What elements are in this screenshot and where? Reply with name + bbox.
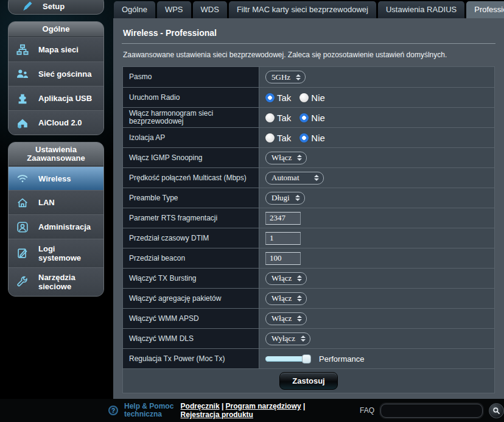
- select-arrows-icon: [314, 175, 319, 181]
- settings-table: Pasmo5GHzUruchom RadioTakNieWłącz harmon…: [122, 66, 495, 369]
- setting-row-wlaczyc-wmm-dls: Włączyć WMM DLSWyłącz: [123, 328, 494, 348]
- link-rejestracja-produktu[interactable]: Rejestracja produktu: [181, 410, 253, 419]
- przedzial-beacon-input[interactable]: [265, 252, 301, 265]
- radio-button-icon: [299, 133, 309, 142]
- sidebar-group-general: Ogólne Mapa sieci: [8, 21, 104, 135]
- sidebar-item-narzedzia-sieciowe[interactable]: Narzędzia sieciowe: [9, 267, 103, 296]
- select-arrows-icon: [297, 315, 302, 322]
- footer-bar: ? Help & Pomoc techniczna PodręcznikProg…: [0, 399, 504, 422]
- magnifier-icon: [492, 407, 500, 415]
- radio-label: Tak: [277, 133, 291, 143]
- setting-value-wlaczyc-wmm-dls: Wyłącz: [259, 329, 494, 348]
- search-button[interactable]: [489, 403, 504, 418]
- radio-button-icon: [265, 113, 275, 122]
- tab-ogolne[interactable]: Ogólne: [114, 1, 155, 18]
- sidebar-item-label: Narzędzia sieciowe: [38, 273, 97, 291]
- setting-row-pasmo: Pasmo5GHz: [123, 67, 494, 87]
- setting-value-izolacja-ap: TakNie: [259, 128, 494, 147]
- pasmo-select[interactable]: 5GHz: [265, 71, 306, 83]
- sidebar-item-label: LAN: [38, 198, 55, 207]
- sidebar-item-lan[interactable]: LAN: [9, 190, 103, 214]
- setting-row-parametr-rts-fragmentacji: Parametr RTS fragmentacji: [123, 208, 494, 228]
- wlacz-harmonogram-sieci-bezprzewodowej-radio-nie[interactable]: Nie: [299, 113, 325, 123]
- setting-row-wlacz-igmp-snooping: Włącz IGMP SnoopingWłącz: [123, 147, 494, 167]
- wlacz-igmp-snooping-select[interactable]: Włącz: [265, 152, 307, 164]
- apply-button[interactable]: Zastosuj: [279, 372, 337, 390]
- uruchom-radio-radio-nie[interactable]: Nie: [299, 93, 325, 103]
- sidebar-item-setup[interactable]: Setup: [8, 0, 104, 15]
- link-podrecznik[interactable]: Podręcznik: [181, 402, 220, 410]
- sidebar-item-aplikacja-usb[interactable]: Aplikacja USB: [9, 86, 103, 110]
- aicloud-home-icon: [15, 116, 30, 130]
- sidebar-item-wireless[interactable]: Wireless: [9, 166, 103, 190]
- faq-label: FAQ: [360, 406, 374, 415]
- log-document-icon: [15, 247, 30, 260]
- wlaczyc-wmm-dls-select[interactable]: Wyłącz: [265, 332, 310, 345]
- setting-row-predkosc-polaczen-multicast-mbps: Prędkość połączeń Multicast (Mbps)Automa…: [123, 167, 494, 188]
- parametr-rts-fragmentacji-input[interactable]: [265, 212, 301, 225]
- setting-value-wlaczyc-tx-bursting: Włącz: [259, 269, 494, 288]
- sidebar-item-administracja[interactable]: Administracja: [9, 214, 103, 239]
- preamble-type-select-value: Długi: [271, 193, 290, 203]
- sidebar-group-header: Ogólne: [9, 22, 103, 37]
- tab-professional[interactable]: Professional: [466, 1, 504, 18]
- page-title: Wireless - Professional: [122, 26, 495, 44]
- setting-label-wlaczyc-agregacje-pakietow: Włączyć agregację pakietów: [123, 289, 259, 308]
- sidebar-item-siec-goscinna[interactable]: Sieć gościnna: [9, 62, 103, 86]
- main-area: Ogólne WPS WDS Filtr MAC karty sieci bez…: [113, 0, 504, 399]
- setting-value-pasmo: 5GHz: [259, 67, 494, 87]
- guest-network-icon: [15, 68, 30, 81]
- predkosc-polaczen-multicast-mbps-select[interactable]: Automat: [265, 172, 324, 185]
- setting-row-wlaczyc-wmm-apsd: Włączyć WMM APSDWłącz: [123, 308, 494, 328]
- tab-wds[interactable]: WDS: [193, 1, 227, 18]
- sidebar-group-header: Ustawienia Zaawansowane: [9, 142, 103, 166]
- sidebar-item-label: Mapa sieci: [38, 45, 79, 54]
- panel-inner: Wireless - Professional Zaawansowane ust…: [113, 26, 504, 393]
- uruchom-radio-radio-tak[interactable]: Tak: [265, 93, 291, 103]
- link-separator: [220, 402, 226, 410]
- izolacja-ap-radio-tak[interactable]: Tak: [265, 133, 291, 143]
- wlaczyc-agregacje-pakietow-select-value: Włącz: [271, 294, 292, 303]
- sidebar-item-logi-systemowe[interactable]: Logi systemowe: [9, 239, 103, 267]
- wlacz-igmp-snooping-select-value: Włącz: [271, 153, 292, 163]
- radio-label: Nie: [311, 113, 325, 123]
- setting-value-wlaczyc-agregacje-pakietow: Włącz: [259, 289, 494, 308]
- pen-setup-icon: [19, 0, 35, 12]
- setting-value-wlacz-igmp-snooping: Włącz: [259, 148, 494, 167]
- setting-label-regulacja-tx-power-moc-tx: Regulacja Tx Power (Moc Tx): [123, 349, 259, 368]
- tab-filtr-mac[interactable]: Filtr MAC karty sieci bezprzewodowej: [229, 1, 376, 18]
- tab-ustawienia-radius[interactable]: Ustawienia RADIUS: [378, 1, 464, 18]
- setting-label-uruchom-radio: Uruchom Radio: [123, 88, 259, 107]
- link-program-narzedziowy[interactable]: Program narzędziowy: [226, 402, 301, 410]
- radio-label: Tak: [277, 93, 291, 103]
- wlaczyc-tx-bursting-select[interactable]: Włącz: [265, 272, 307, 285]
- setting-row-wlaczyc-tx-bursting: Włączyć TX BurstingWłącz: [123, 268, 494, 288]
- sidebar-item-aicloud[interactable]: AiCloud 2.0: [9, 110, 103, 135]
- sidebar-item-label: Aplikacja USB: [38, 94, 92, 103]
- pasmo-select-value: 5GHz: [271, 72, 290, 82]
- setting-value-przedzial-czasowy-dtim: [259, 228, 494, 248]
- regulacja-tx-power-moc-tx-slider-value: Performance: [319, 354, 364, 364]
- wlaczyc-wmm-apsd-select-value: Włącz: [271, 314, 292, 323]
- setting-label-przedzial-czasowy-dtim: Przedział czasowy DTIM: [123, 228, 259, 248]
- tab-wps[interactable]: WPS: [157, 1, 191, 18]
- izolacja-ap-radio-nie[interactable]: Nie: [299, 133, 325, 143]
- wlacz-harmonogram-sieci-bezprzewodowej-radio-tak[interactable]: Tak: [265, 113, 291, 123]
- preamble-type-select[interactable]: Długi: [265, 192, 305, 205]
- radio-label: Tak: [277, 113, 291, 123]
- select-arrows-icon: [296, 74, 301, 80]
- setting-label-wlaczyc-wmm-apsd: Włączyć WMM APSD: [123, 309, 259, 328]
- faq-search-input[interactable]: [380, 404, 483, 418]
- content-area: Setup Ogólne Mapa sieci: [0, 0, 504, 399]
- tab-bar: Ogólne WPS WDS Filtr MAC karty sieci bez…: [113, 0, 504, 18]
- radio-button-icon: [265, 93, 275, 102]
- regulacja-tx-power-moc-tx-slider[interactable]: [265, 356, 308, 362]
- select-arrows-icon: [297, 275, 302, 281]
- sidebar-item-mapa-sieci[interactable]: Mapa sieci: [9, 37, 103, 62]
- wlaczyc-wmm-apsd-select[interactable]: Włącz: [265, 312, 307, 325]
- wlaczyc-agregacje-pakietow-select[interactable]: Włącz: [265, 292, 307, 305]
- wrench-icon: [15, 275, 30, 289]
- przedzial-czasowy-dtim-input[interactable]: [265, 232, 301, 245]
- question-circle-icon: ?: [108, 406, 118, 415]
- slider-handle[interactable]: [302, 354, 311, 364]
